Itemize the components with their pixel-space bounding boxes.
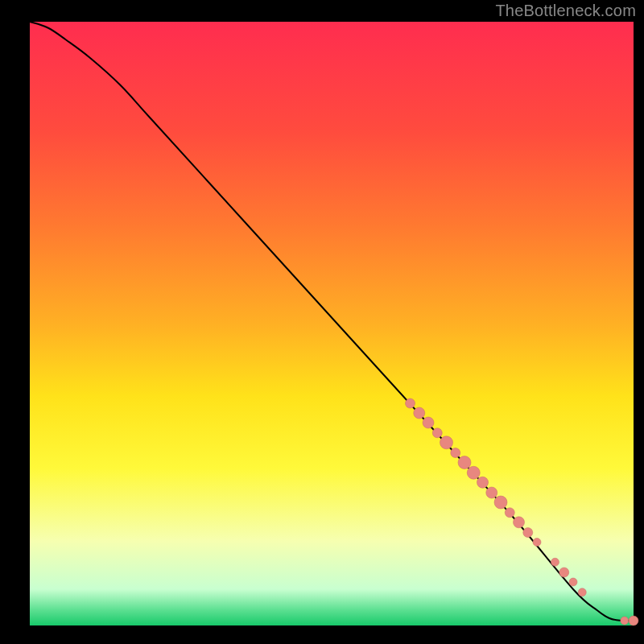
data-marker	[486, 487, 497, 498]
data-marker	[477, 477, 489, 488]
data-marker	[551, 558, 559, 566]
data-marker	[569, 578, 577, 586]
data-marker	[494, 496, 507, 509]
data-marker	[523, 528, 533, 538]
data-marker	[533, 539, 541, 547]
data-marker	[423, 417, 434, 428]
data-marker	[432, 428, 442, 438]
data-marker	[458, 456, 471, 469]
data-marker	[514, 517, 525, 528]
data-marker	[559, 568, 569, 577]
plot-background	[30, 22, 634, 625]
data-marker	[440, 436, 453, 449]
data-marker	[451, 448, 460, 458]
chart-svg	[0, 0, 644, 644]
data-marker	[414, 407, 425, 419]
data-marker	[505, 508, 514, 518]
chart-stage: TheBottleneck.com	[0, 0, 644, 644]
data-marker	[467, 466, 480, 479]
data-marker	[578, 588, 586, 597]
data-marker	[406, 398, 415, 408]
data-marker	[629, 616, 638, 625]
data-marker	[621, 617, 629, 625]
